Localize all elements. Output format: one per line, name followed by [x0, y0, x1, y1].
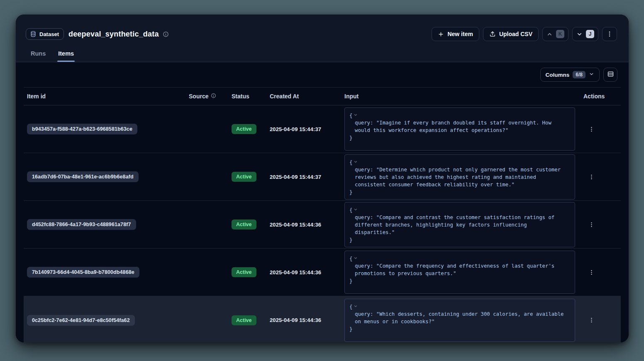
input-json-preview: { query: "Compare the frequency and effe…	[344, 251, 575, 294]
table-header-row: Item id Source Status Created At Input A…	[24, 87, 621, 105]
created-at: 2025-04-09 15:44:36	[266, 222, 341, 228]
row-height-button[interactable]	[603, 68, 617, 82]
row-actions-button[interactable]	[586, 315, 597, 326]
upload-csv-button[interactable]: Upload CSV	[483, 27, 539, 41]
columns-button[interactable]: Columns 6/8	[540, 68, 600, 82]
collapse-chevron-icon[interactable]	[354, 206, 358, 214]
table-row[interactable]: d452fc88-7866-4a17-9b93-c488961a78f7 Act…	[24, 201, 621, 249]
info-icon[interactable]	[211, 93, 216, 100]
status-badge: Active	[232, 172, 256, 182]
upload-csv-label: Upload CSV	[499, 31, 532, 37]
dataset-type-badge: Dataset	[26, 28, 64, 40]
new-item-label: New item	[447, 31, 473, 37]
item-id-pill[interactable]: 7b140973-66d4-4045-8ba9-b7800db4868e	[27, 267, 139, 278]
prev-key-badge: K	[556, 30, 564, 38]
page-header: Dataset deepeval_synthetic_data	[16, 15, 629, 62]
columns-label: Columns	[546, 72, 570, 78]
next-item-button[interactable]: J	[572, 27, 598, 41]
row-actions-button[interactable]	[586, 219, 597, 230]
next-key-badge: J	[586, 30, 594, 38]
col-header-item-id: Item id	[24, 93, 185, 100]
tabs: Runs Items	[26, 50, 617, 62]
app-window: Dataset deepeval_synthetic_data	[16, 15, 629, 342]
kebab-icon	[606, 31, 613, 37]
col-header-created-at: Created At	[266, 93, 341, 100]
columns-count-badge: 6/8	[573, 71, 585, 78]
created-at: 2025-04-09 15:44:36	[266, 269, 341, 276]
input-json-preview: { query: "Imagine if every branch double…	[344, 107, 575, 151]
table-row[interactable]: b943457a-f588-427a-b623-6968581b63ce Act…	[24, 105, 621, 153]
chevron-down-icon	[576, 31, 583, 37]
col-header-input: Input	[341, 93, 580, 100]
status-badge: Active	[232, 220, 256, 229]
table-row[interactable]: 7b140973-66d4-4045-8ba9-b7800db4868e Act…	[24, 249, 621, 296]
collapse-chevron-icon[interactable]	[354, 112, 358, 119]
status-badge: Active	[232, 315, 256, 325]
table-toolbar: Columns 6/8	[16, 62, 629, 87]
rows-icon	[607, 71, 614, 79]
chevron-down-icon	[589, 71, 594, 78]
row-actions-button[interactable]	[586, 171, 597, 183]
row-actions-button[interactable]	[586, 267, 597, 278]
plus-icon	[438, 31, 444, 37]
table-panel: Columns 6/8 Item id	[16, 62, 629, 342]
input-json-preview: { query: "Compare and contrast the custo…	[344, 202, 575, 247]
row-actions-button[interactable]	[586, 124, 597, 135]
page-title: deepeval_synthetic_data	[68, 30, 159, 39]
tab-items[interactable]: Items	[58, 50, 74, 62]
created-at: 2025-04-09 15:44:37	[266, 174, 341, 180]
dataset-badge-label: Dataset	[39, 31, 59, 37]
table-row[interactable]: 0c25bfc2-7e62-4e81-94d7-e8c50f54fa62 Act…	[24, 296, 621, 342]
prev-item-button[interactable]: K	[542, 27, 568, 41]
new-item-button[interactable]: New item	[432, 27, 479, 41]
more-actions-button[interactable]	[602, 27, 617, 41]
created-at: 2025-04-09 15:44:36	[266, 317, 341, 323]
col-header-actions: Actions	[580, 93, 621, 100]
chevron-up-icon	[546, 31, 553, 37]
collapse-chevron-icon[interactable]	[354, 303, 358, 310]
status-badge: Active	[232, 124, 256, 134]
items-table: Item id Source Status Created At Input A…	[16, 87, 629, 342]
col-header-source-label: Source	[189, 93, 208, 100]
item-id-pill[interactable]: d452fc88-7866-4a17-9b93-c488961a78f7	[27, 219, 136, 230]
collapse-chevron-icon[interactable]	[354, 255, 358, 262]
created-at: 2025-04-09 15:44:37	[266, 126, 341, 132]
database-icon	[30, 31, 37, 37]
info-icon[interactable]	[163, 31, 169, 37]
item-id-pill[interactable]: 0c25bfc2-7e62-4e81-94d7-e8c50f54fa62	[27, 315, 135, 326]
input-json-preview: { query: "Determine which product not on…	[344, 154, 575, 200]
upload-icon	[489, 31, 496, 37]
item-id-pill[interactable]: b943457a-f588-427a-b623-6968581b63ce	[27, 124, 137, 134]
collapse-chevron-icon[interactable]	[354, 159, 358, 166]
tab-runs[interactable]: Runs	[31, 50, 46, 62]
table-row[interactable]: 16adb7d6-07ba-48e1-961e-ac6b9b6e8afd Act…	[24, 153, 621, 201]
item-id-pill[interactable]: 16adb7d6-07ba-48e1-961e-ac6b9b6e8afd	[27, 171, 139, 182]
input-json-preview: { query: "Which desserts, containing und…	[344, 299, 575, 342]
col-header-status: Status	[228, 93, 266, 100]
status-badge: Active	[232, 267, 256, 277]
col-header-source: Source	[185, 93, 228, 100]
